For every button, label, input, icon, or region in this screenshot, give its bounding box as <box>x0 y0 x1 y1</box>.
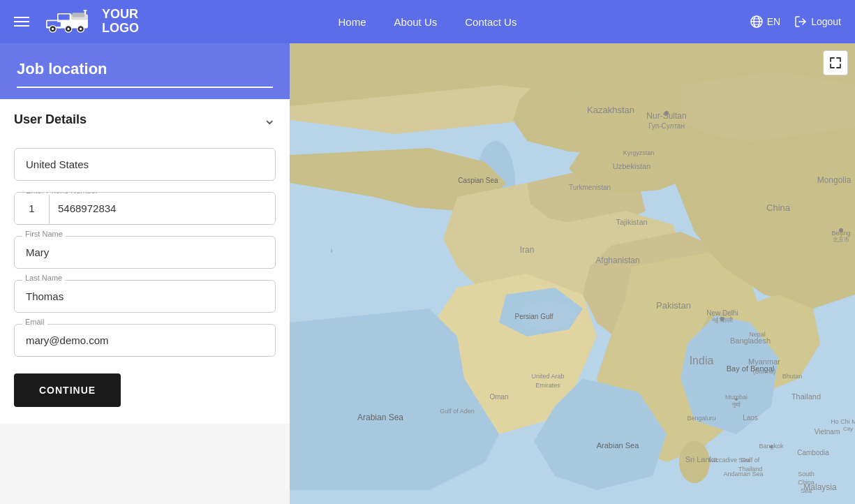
phone-group: Enter Phone Number 1 <box>14 192 276 225</box>
svg-text:Persian Gulf: Persian Gulf <box>514 313 553 320</box>
svg-text:北京市: 北京市 <box>833 237 849 243</box>
country-select[interactable]: United States <box>14 148 276 181</box>
user-details-body: United States Enter Phone Number 1 First… <box>0 140 290 424</box>
svg-text:Bhutan: Bhutan <box>782 373 803 380</box>
svg-text:Caspian Sea: Caspian Sea <box>458 177 498 184</box>
svg-text:City: City <box>843 426 853 432</box>
first-name-input[interactable] <box>14 236 276 269</box>
svg-text:Thailand: Thailand <box>791 392 821 401</box>
svg-text:Afghanistan: Afghanistan <box>595 255 639 265</box>
logout-icon <box>794 15 807 28</box>
svg-text:Arabian Sea: Arabian Sea <box>597 441 639 450</box>
svg-text:Myanmar: Myanmar <box>748 357 780 366</box>
svg-text:Iran: Iran <box>520 245 535 255</box>
svg-point-61 <box>720 317 724 321</box>
svg-point-82 <box>770 445 773 448</box>
hamburger-icon[interactable] <box>14 17 29 27</box>
nav-contact[interactable]: Contact Us <box>465 16 516 28</box>
user-details-title: User Details <box>14 112 87 127</box>
logo-text: YOUR LOGO <box>102 8 139 36</box>
svg-text:Laos: Laos <box>743 414 758 422</box>
navbar-right: EN Logout <box>750 15 841 28</box>
logo-icon <box>40 8 96 36</box>
continue-button[interactable]: CONTINUE <box>14 373 121 407</box>
map-svg: Kazakhstan Caspian Sea Nur-Sultan Гуп-Су… <box>290 43 855 504</box>
last-name-group: Last Name <box>14 280 276 313</box>
svg-text:Thailand: Thailand <box>738 466 763 473</box>
job-location-header: Job location <box>0 43 290 99</box>
svg-text:Cambodia: Cambodia <box>797 449 829 457</box>
svg-text:Nepal: Nepal <box>749 331 766 338</box>
svg-text:Mongolia: Mongolia <box>817 175 852 185</box>
svg-text:Oman: Oman <box>489 393 508 401</box>
svg-text:Sea: Sea <box>801 487 812 494</box>
language-button[interactable]: EN <box>750 15 780 28</box>
user-details-section: User Details ⌄ United States Enter Phone… <box>0 99 290 424</box>
svg-text:Ho Chi Minh: Ho Chi Minh <box>831 418 855 425</box>
svg-text:Bengaluru: Bengaluru <box>687 415 715 422</box>
logout-button[interactable]: Logout <box>794 15 841 28</box>
fullscreen-icon <box>830 57 841 68</box>
svg-text:Vietnam: Vietnam <box>815 428 840 436</box>
svg-rect-14 <box>73 13 85 17</box>
job-location-title: Job location <box>17 60 273 78</box>
svg-text:India: India <box>690 355 714 366</box>
svg-text:Gulf of: Gulf of <box>741 457 760 464</box>
svg-text:Kazakhstan: Kazakhstan <box>587 105 634 115</box>
svg-text:China: China <box>798 479 815 486</box>
email-input[interactable] <box>14 324 276 357</box>
navbar-nav: Home About Us Contact Us <box>339 16 517 28</box>
svg-marker-34 <box>681 71 855 141</box>
navbar: YOUR LOGO Home About Us Contact Us EN <box>0 0 855 43</box>
svg-point-79 <box>735 398 738 401</box>
last-name-input[interactable] <box>14 280 276 313</box>
email-label: Email <box>22 318 47 326</box>
svg-point-8 <box>52 28 54 30</box>
phone-country-code: 1 <box>15 193 50 224</box>
chevron-down-icon: ⌄ <box>263 110 276 128</box>
last-name-label: Last Name <box>22 274 65 282</box>
svg-point-10 <box>67 28 69 30</box>
phone-label: Enter Phone Number <box>23 192 101 195</box>
svg-text:(Burma): (Burma) <box>753 368 776 375</box>
navbar-left: YOUR LOGO <box>14 8 139 36</box>
svg-text:मुंबई: मुंबई <box>731 401 741 408</box>
svg-text:Arabian Sea: Arabian Sea <box>357 413 403 422</box>
logo-container: YOUR LOGO <box>40 8 139 36</box>
svg-text:Гуп-Султан: Гуп-Султан <box>648 122 685 130</box>
globe-icon <box>750 15 763 28</box>
svg-text:Turkmenistan: Turkmenistan <box>569 184 611 191</box>
svg-rect-4 <box>59 15 70 20</box>
fullscreen-button[interactable] <box>823 50 848 75</box>
svg-text:Tajikistan: Tajikistan <box>616 218 647 226</box>
svg-text:United Arab: United Arab <box>531 373 564 380</box>
svg-text:Emirates: Emirates <box>535 382 560 389</box>
svg-text:China: China <box>766 202 791 213</box>
left-panel: Job location User Details ⌄ United State… <box>0 43 290 504</box>
svg-text:Uzbekistan: Uzbekistan <box>613 162 650 170</box>
svg-point-12 <box>80 28 82 30</box>
nav-home[interactable]: Home <box>339 16 366 28</box>
svg-text:Pakistan: Pakistan <box>656 300 691 311</box>
svg-point-48 <box>664 111 669 115</box>
email-group: Email <box>14 324 276 357</box>
map-area: Kazakhstan Caspian Sea Nur-Sultan Гуп-Су… <box>290 43 855 504</box>
first-name-label: First Name <box>22 230 66 238</box>
svg-text:New Delhi: New Delhi <box>706 309 738 317</box>
svg-text:I: I <box>331 248 332 254</box>
svg-point-94 <box>839 228 843 232</box>
svg-text:Kyrgyzstan: Kyrgyzstan <box>623 149 655 156</box>
svg-text:Gulf of Aden: Gulf of Aden <box>440 408 475 415</box>
user-details-toggle[interactable]: User Details ⌄ <box>0 99 290 140</box>
svg-text:South: South <box>798 470 815 477</box>
phone-number-input[interactable] <box>50 193 275 224</box>
first-name-group: First Name <box>14 236 276 269</box>
nav-about[interactable]: About Us <box>394 16 438 28</box>
